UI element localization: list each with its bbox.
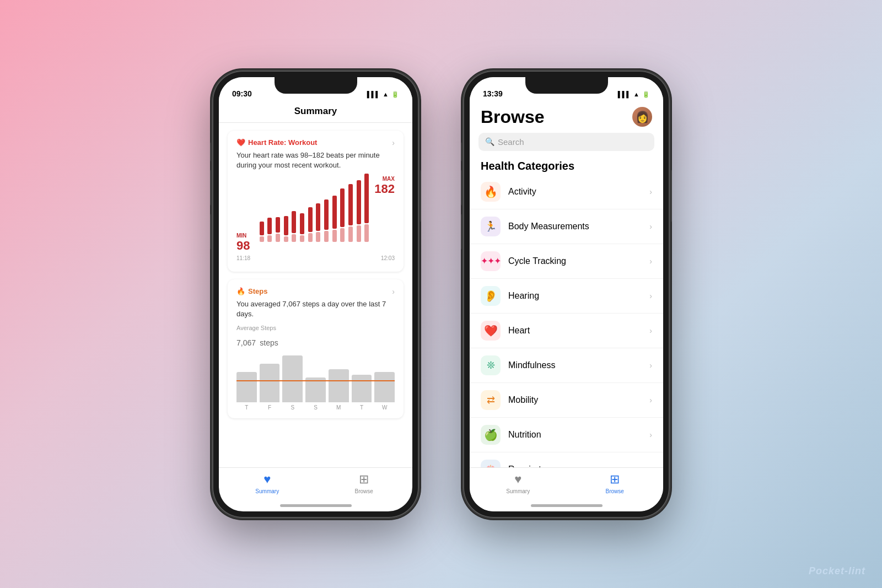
steps-avg-label: Average Steps	[236, 325, 395, 331]
hr-max-label: MAX 182	[374, 176, 395, 196]
category-mobility[interactable]: ⇄ Mobility ›	[470, 383, 663, 418]
tab-browse-1[interactable]: ⊞ Browse	[316, 472, 413, 494]
tab-summary-label-2: Summary	[506, 488, 530, 494]
category-respiratory[interactable]: 🫁 Respiratory ›	[470, 452, 663, 467]
day-t1: T	[236, 404, 257, 411]
day-t2: T	[352, 404, 372, 411]
hr-bar-10	[331, 196, 338, 242]
hr-bar-13	[356, 180, 362, 242]
hr-chevron: ›	[392, 138, 395, 147]
cycle-icon: ✦✦✦	[481, 251, 501, 271]
status-time-2: 13:39	[483, 89, 503, 98]
avatar-image: 👩	[636, 110, 649, 123]
nutrition-label: Nutrition	[508, 430, 649, 440]
notch2	[525, 77, 608, 94]
home-indicator-2	[531, 504, 603, 507]
day-w: W	[374, 404, 395, 411]
body-chevron: ›	[649, 222, 652, 231]
avg-line	[236, 380, 395, 381]
steps-value: 7,067 steps	[236, 332, 395, 349]
activity-chevron: ›	[649, 187, 652, 196]
wifi-icon: ▲	[383, 91, 389, 98]
search-bar[interactable]: 🔍 Search	[478, 133, 654, 151]
day-s1: S	[282, 404, 303, 411]
steps-card[interactable]: 🔥 Steps › You averaged 7,067 steps a day…	[228, 279, 404, 418]
hr-bar-7	[307, 207, 314, 242]
signal-icon-2: ▌▌▌	[618, 91, 631, 98]
summary-header: Summary	[219, 101, 412, 123]
steps-card-title: 🔥 Steps	[236, 287, 267, 295]
steps-chevron: ›	[392, 287, 395, 296]
heart-tab-icon: ♥	[263, 472, 271, 487]
mobility-icon: ⇄	[481, 390, 501, 410]
hr-card-title: ❤️ Heart Rate: Workout	[236, 138, 317, 147]
category-mindfulness[interactable]: ❊ Mindfulness ›	[470, 348, 663, 383]
steps-days: T F S S M T W	[236, 404, 395, 411]
browse-header: Browse 👩	[470, 101, 663, 133]
steps-bar-t1	[236, 372, 257, 402]
avatar[interactable]: 👩	[632, 107, 652, 127]
steps-bar-s1	[282, 355, 303, 402]
heart-chevron: ›	[649, 326, 652, 335]
hr-bar-1	[259, 222, 265, 242]
wifi-icon-2: ▲	[633, 91, 639, 98]
phone1: 09:30 ▌▌▌ ▲ 🔋 Summary ❤️	[212, 71, 419, 518]
body-icon: 🏃	[481, 217, 501, 236]
respiratory-icon: 🫁	[481, 460, 501, 467]
hearing-chevron: ›	[649, 292, 652, 300]
summary-scroll[interactable]: ❤️ Heart Rate: Workout › Your heart rate…	[219, 123, 412, 467]
steps-bar-w	[374, 372, 395, 402]
steps-description: You averaged 7,067 steps a day over the …	[236, 299, 395, 319]
hr-time-start: 11:18	[236, 255, 250, 261]
heart-cat-icon: ❤️	[481, 321, 501, 341]
category-hearing[interactable]: 👂 Hearing ›	[470, 279, 663, 314]
phone2: 13:39 ▌▌▌ ▲ 🔋 Browse 👩 🔍 Search	[463, 71, 670, 518]
search-icon: 🔍	[485, 137, 494, 146]
hr-bar-6	[299, 213, 305, 242]
category-nutrition[interactable]: 🍏 Nutrition ›	[470, 418, 663, 452]
hearing-label: Hearing	[508, 291, 649, 301]
hr-description: Your heart rate was 98–182 beats per min…	[236, 150, 395, 170]
category-heart[interactable]: ❤️ Heart ›	[470, 314, 663, 348]
category-activity[interactable]: 🔥 Activity ›	[470, 175, 663, 209]
day-s2: S	[305, 404, 326, 411]
activity-label: Activity	[508, 187, 649, 197]
hr-bar-9	[323, 199, 330, 242]
mindfulness-label: Mindfulness	[508, 360, 649, 370]
cycle-chevron: ›	[649, 257, 652, 266]
heart-tab-icon-2: ♥	[514, 472, 521, 487]
hr-time-range: 11:18 12:03	[236, 255, 395, 261]
status-icons-2: ▌▌▌ ▲ 🔋	[618, 91, 650, 98]
steps-chart: Average Steps 7,067 steps	[236, 325, 395, 411]
browse-page-title: Browse	[481, 107, 545, 127]
mindfulness-chevron: ›	[649, 361, 652, 370]
steps-bar-m	[329, 369, 349, 402]
category-list: 🔥 Activity › 🏃 Body Measurements › ✦✦✦ C…	[470, 175, 663, 467]
tab-browse-label-1: Browse	[355, 488, 373, 494]
battery-icon-2: 🔋	[642, 91, 650, 98]
hr-time-end: 12:03	[381, 255, 395, 261]
tab-summary-2[interactable]: ♥ Summary	[470, 472, 567, 494]
grid-tab-icon-1: ⊞	[359, 472, 369, 487]
heart-icon: ❤️	[236, 138, 245, 147]
hr-card-header: ❤️ Heart Rate: Workout ›	[236, 138, 395, 147]
phone2-screen: 13:39 ▌▌▌ ▲ 🔋 Browse 👩 🔍 Search	[470, 77, 663, 511]
steps-bar-f	[260, 364, 280, 402]
tab-browse-2[interactable]: ⊞ Browse	[567, 472, 664, 494]
phone2-content: Browse 👩 🔍 Search Health Categories 🔥 Ac…	[470, 101, 663, 511]
activity-icon: 🔥	[481, 182, 501, 202]
body-label: Body Measurements	[508, 222, 649, 231]
heart-rate-card[interactable]: ❤️ Heart Rate: Workout › Your heart rate…	[228, 131, 404, 272]
search-input[interactable]: Search	[498, 137, 524, 147]
steps-bar-chart	[236, 353, 395, 402]
status-icons-1: ▌▌▌ ▲ 🔋	[367, 91, 399, 98]
status-time-1: 09:30	[232, 89, 252, 98]
nutrition-icon: 🍏	[481, 425, 501, 445]
hr-bar-14	[363, 174, 370, 242]
category-body[interactable]: 🏃 Body Measurements ›	[470, 209, 663, 244]
heart-label: Heart	[508, 326, 649, 336]
category-cycle[interactable]: ✦✦✦ Cycle Tracking ›	[470, 244, 663, 279]
tab-summary-1[interactable]: ♥ Summary	[219, 472, 316, 494]
day-f: F	[260, 404, 280, 411]
health-categories-title: Health Categories	[470, 157, 663, 175]
